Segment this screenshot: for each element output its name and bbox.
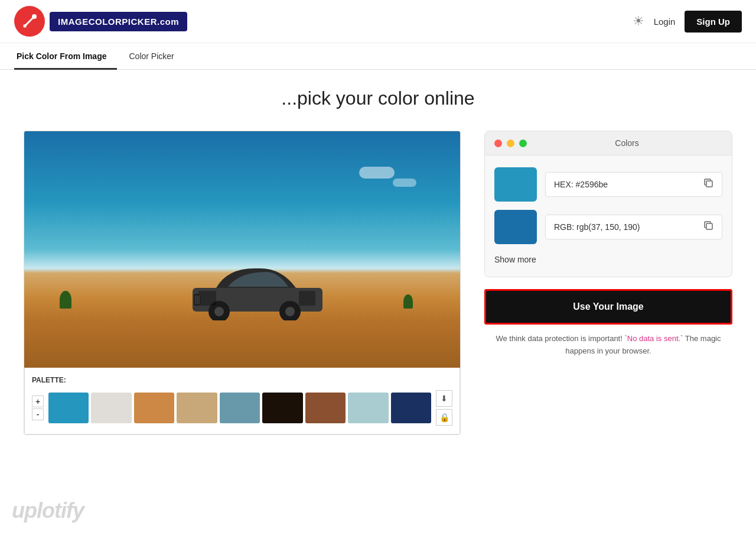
palette-swatch-7[interactable] [305, 393, 346, 423]
rgb-copy-button[interactable] [699, 221, 713, 233]
signup-button[interactable]: Sign Up [685, 11, 742, 33]
colors-card-body: HEX: #2596be [485, 155, 732, 277]
right-panel: Colors HEX: #2596be [484, 131, 732, 358]
nav-tabs: Pick Color From Image Color Picker [0, 43, 756, 70]
palette-add-button[interactable]: + [32, 395, 44, 407]
rgb-color-info: RGB: rgb(37, 150, 190) [545, 215, 722, 239]
content-area: PALETTE: + - [24, 131, 732, 435]
page-title: ...pick your color online [14, 87, 742, 109]
palette-swatch-9[interactable] [391, 393, 431, 423]
hex-color-row: HEX: #2596be [494, 167, 722, 202]
svg-point-7 [285, 307, 295, 316]
palette-download-button[interactable]: ⬇ [436, 390, 452, 407]
svg-point-1 [32, 14, 37, 19]
login-button[interactable]: Login [654, 17, 676, 27]
palette-actions: ⬇ 🔒 [436, 390, 452, 426]
window-dot-green [519, 140, 527, 147]
image-container: PALETTE: + - [24, 131, 461, 435]
palette-swatch-6[interactable] [262, 393, 302, 423]
hex-color-swatch [494, 167, 537, 202]
cloud-2 [393, 179, 416, 187]
palette-swatch-4[interactable] [177, 393, 217, 423]
palette-swatch-8[interactable] [348, 393, 388, 423]
theme-toggle-icon[interactable]: ☀ [633, 14, 644, 29]
use-your-image-button[interactable]: Use Your Image [484, 289, 732, 325]
palette-swatch-1[interactable] [48, 393, 89, 423]
main-content: ...pick your color online [0, 70, 756, 459]
protection-before: We think data protection is important! ` [496, 334, 627, 343]
left-panel: PALETTE: + - [24, 131, 461, 435]
palette-swatch-2[interactable] [91, 393, 131, 423]
car-silhouette [181, 261, 334, 320]
colors-card: Colors HEX: #2596be [484, 131, 732, 277]
palette-section: PALETTE: + - [24, 368, 460, 435]
rgb-color-swatch [494, 210, 537, 244]
window-dot-red [494, 140, 502, 147]
window-dot-yellow [507, 140, 514, 147]
colors-card-title: Colors [532, 138, 722, 148]
palette-lock-button[interactable]: 🔒 [436, 409, 452, 426]
hex-value: HEX: #2596be [554, 180, 608, 189]
desert-image[interactable] [24, 131, 460, 368]
hex-color-info: HEX: #2596be [545, 172, 722, 197]
tab-color-picker[interactable]: Color Picker [126, 43, 184, 69]
colors-card-header: Colors [485, 131, 732, 155]
lock-icon: 🔒 [439, 413, 449, 422]
bush-left [60, 291, 71, 309]
palette-row: + - [32, 390, 452, 426]
use-image-container: Use Your Image We think data protection … [484, 289, 732, 358]
svg-rect-9 [299, 291, 315, 306]
header: IMAGECOLORPICKER.com ☀ Login Sign Up [0, 0, 756, 43]
palette-swatch-3[interactable] [134, 393, 174, 423]
logo-area: IMAGECOLORPICKER.com [14, 6, 187, 37]
show-more-button[interactable]: Show more [494, 255, 536, 264]
data-protection-text: We think data protection is important! `… [484, 333, 732, 358]
bush-right [403, 294, 413, 309]
palette-label: PALETTE: [32, 376, 452, 384]
logo-text: IMAGECOLORPICKER.com [50, 12, 187, 31]
no-data-text: No data is sent. [627, 334, 680, 343]
hex-copy-button[interactable] [699, 179, 713, 190]
palette-colors [48, 393, 431, 423]
palette-controls: + - [32, 395, 44, 420]
tab-pick-color[interactable]: Pick Color From Image [14, 43, 117, 69]
download-icon: ⬇ [441, 394, 448, 403]
rgb-color-row: RGB: rgb(37, 150, 190) [494, 210, 722, 244]
logo-icon [14, 6, 45, 37]
svg-point-5 [214, 307, 224, 316]
desert-background [24, 131, 460, 368]
rgb-value: RGB: rgb(37, 150, 190) [554, 222, 640, 232]
palette-remove-button[interactable]: - [32, 408, 44, 420]
svg-rect-8 [198, 291, 216, 306]
svg-point-2 [23, 24, 27, 28]
palette-swatch-5[interactable] [220, 393, 260, 423]
svg-rect-15 [706, 223, 712, 229]
header-right: ☀ Login Sign Up [633, 11, 742, 33]
svg-rect-14 [706, 181, 712, 187]
cloud-1 [359, 167, 395, 179]
